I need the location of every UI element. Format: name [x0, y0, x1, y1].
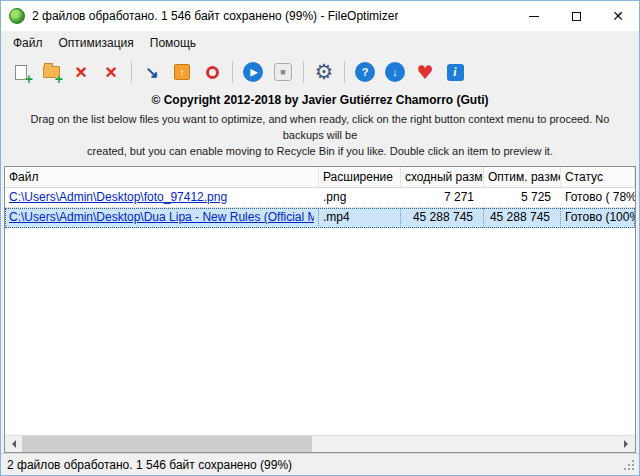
help-icon: ? — [355, 62, 375, 82]
info-icon: i — [447, 64, 464, 81]
add-files-button[interactable]: + — [7, 58, 35, 86]
instructions-line-1: Drag on the list below files you want to… — [17, 112, 623, 144]
column-header-original-size[interactable]: сходный размер — [401, 167, 484, 187]
toolbar-separator — [303, 61, 304, 83]
pack-button[interactable]: ↑ — [168, 58, 196, 86]
extension-cell: .mp4 — [319, 208, 401, 228]
app-logo-icon — [9, 8, 25, 24]
check-updates-button[interactable]: ↓ — [381, 58, 409, 86]
menu-file[interactable]: Файл — [5, 33, 51, 53]
remove-entry-button[interactable]: × — [67, 58, 95, 86]
toolbar: + + × × ↘ ↑ ▶ ■ ⚙ — [1, 54, 639, 90]
optimize-arrow-icon: ↘ — [145, 63, 158, 82]
scrollbar-thumb[interactable] — [22, 436, 312, 452]
resize-grip[interactable] — [624, 460, 635, 471]
toolbar-separator — [131, 61, 132, 83]
instructions-text: Drag on the list below files you want to… — [17, 112, 623, 160]
settings-button[interactable]: ⚙ — [310, 58, 338, 86]
title-bar: 2 файлов обработано. 1 546 байт сохранен… — [1, 1, 639, 31]
heart-icon: ♥ — [416, 63, 433, 82]
list-empty-area — [5, 228, 635, 435]
copyright-line: © Copyright 2012-2018 by Javier Gutiérre… — [1, 93, 639, 107]
fileoptimizer-window: 2 файлов обработано. 1 546 байт сохранен… — [0, 0, 640, 476]
menu-optimization[interactable]: Оптимизация — [51, 33, 142, 53]
play-icon: ▶ — [243, 62, 263, 82]
minimize-button[interactable] — [513, 1, 555, 31]
stop-icon: ■ — [274, 63, 292, 81]
column-header-file[interactable]: Файл — [5, 167, 319, 187]
toolbar-separator — [344, 61, 345, 83]
instructions-line-2: created, but you can enable moving to Re… — [17, 144, 623, 160]
horizontal-scrollbar[interactable] — [5, 435, 635, 452]
file-path-link[interactable]: C:\Users\Admin\Desktop\Dua Lipa - New Ru… — [9, 208, 314, 227]
close-icon: ✕ — [612, 8, 624, 24]
remove-all-icon: × — [105, 62, 117, 82]
scroll-right-button[interactable] — [618, 436, 635, 452]
menu-help[interactable]: Помощь — [142, 33, 204, 53]
menu-bar: Файл Оптимизация Помощь — [1, 31, 639, 54]
column-header-extension[interactable]: Расширение — [319, 167, 401, 187]
original-size-cell: 7 271 — [401, 188, 484, 207]
optimized-size-cell: 5 725 — [484, 188, 561, 207]
power-icon — [206, 66, 219, 79]
add-file-plus-icon: + — [25, 73, 33, 85]
remove-all-button[interactable]: × — [97, 58, 125, 86]
add-folder-button[interactable]: + — [37, 58, 65, 86]
scroll-right-icon — [624, 440, 632, 448]
status-cell: Готово (100%) — [561, 208, 635, 228]
about-button[interactable]: i — [441, 58, 469, 86]
update-icon: ↓ — [385, 62, 405, 82]
scroll-left-button[interactable] — [5, 436, 22, 452]
list-header: Файл Расширение сходный размер Оптим. ра… — [5, 167, 635, 188]
run-button[interactable]: ▶ — [239, 58, 267, 86]
stop-button[interactable]: ■ — [269, 58, 297, 86]
remove-icon: × — [75, 62, 87, 82]
optimize-button[interactable]: ↘ — [138, 58, 166, 86]
donate-button[interactable]: ♥ — [411, 58, 439, 86]
original-size-cell: 45 288 745 — [401, 208, 484, 228]
file-path-link[interactable]: C:\Users\Admin\Desktop\foto_97412.png — [9, 188, 315, 207]
add-folder-plus-icon: + — [55, 73, 63, 85]
column-header-status[interactable]: Статус — [561, 167, 635, 187]
toolbar-separator — [232, 61, 233, 83]
pack-icon: ↑ — [174, 64, 190, 80]
maximize-icon — [572, 12, 581, 21]
column-header-optimized-size[interactable]: Оптим. размер — [484, 167, 561, 187]
status-cell: Готово ( 78%). — [561, 188, 635, 207]
close-button[interactable]: ✕ — [597, 1, 639, 31]
maximize-button[interactable] — [555, 1, 597, 31]
shutdown-after-button[interactable] — [198, 58, 226, 86]
status-text: 2 файлов обработано. 1 546 байт сохранен… — [7, 458, 292, 472]
scroll-left-icon — [8, 440, 16, 448]
optimized-size-cell: 45 288 745 — [484, 208, 561, 228]
file-list: Файл Расширение сходный размер Оптим. ра… — [4, 166, 636, 453]
gear-icon: ⚙ — [315, 62, 334, 83]
extension-cell: .png — [319, 188, 401, 207]
minimize-icon — [529, 16, 539, 17]
table-row-selected[interactable]: C:\Users\Admin\Desktop\Dua Lipa - New Ru… — [5, 208, 635, 228]
help-button[interactable]: ? — [351, 58, 379, 86]
table-row[interactable]: C:\Users\Admin\Desktop\foto_97412.png .p… — [5, 188, 635, 208]
status-bar: 2 файлов обработано. 1 546 байт сохранен… — [1, 453, 639, 475]
window-title: 2 файлов обработано. 1 546 байт сохранен… — [32, 9, 398, 23]
window-controls: ✕ — [513, 1, 639, 31]
